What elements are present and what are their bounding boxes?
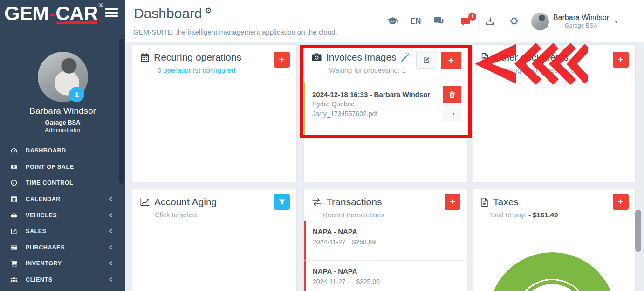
- invoice-item-file-line1: Hydro Quebec -: [312, 99, 436, 109]
- settings-gear-icon[interactable]: ⚙: [205, 7, 212, 14]
- sidebar-item-sales[interactable]: SALES <: [0, 223, 119, 240]
- banknote-icon: [9, 163, 19, 171]
- user-menu[interactable]: Barbara Windsor Garage BSA: [553, 14, 609, 29]
- card-title: Transactions: [326, 196, 382, 208]
- add-transaction-button[interactable]: +: [445, 194, 460, 210]
- user-badge-icon[interactable]: [69, 87, 84, 102]
- header-user-org: Garage BSA: [553, 22, 609, 29]
- filter-button[interactable]: [274, 194, 290, 210]
- car-icon: [9, 212, 19, 219]
- page-scrollbar[interactable]: [635, 210, 641, 252]
- users-icon: [9, 276, 19, 284]
- add-invoice-image-button[interactable]: +: [441, 52, 461, 69]
- sidebar-item-time-control[interactable]: TIME CONTROL: [0, 175, 119, 191]
- magic-wand-icon[interactable]: [400, 53, 410, 62]
- card-subtitle: Recent transactions: [311, 211, 459, 219]
- transaction-name: NAPA - NAPA: [313, 228, 459, 236]
- card-taxes: Taxes Total to pay: - $161.49 +: [473, 189, 636, 291]
- camera-icon: [311, 53, 322, 62]
- header-user-name: Barbara Windsor: [553, 14, 609, 22]
- transaction-amount: - $225.00: [352, 278, 380, 285]
- card-title: Account Aging: [154, 196, 217, 208]
- invoice-item-file-line2: Jarry_1734557602.pdf: [312, 109, 436, 119]
- logo-dash: -: [49, 2, 55, 24]
- top-header: Dashboard⚙ GEM-SUITE, the intelligent ma…: [125, 0, 644, 42]
- sidebar-item-dashboard[interactable]: DASHBOARD: [0, 143, 119, 159]
- exchange-arrows-icon: [311, 198, 322, 206]
- chat-icon[interactable]: [433, 17, 445, 26]
- invoice-image-list-item[interactable]: 2024-12-18 16:33 - Barbara Windsor Hydro…: [304, 82, 467, 137]
- sidebar-user-name: Barbara Windsor: [0, 106, 125, 116]
- process-invoice-button[interactable]: →: [443, 104, 461, 121]
- pencil-square-icon: [423, 56, 431, 64]
- notifications-icon[interactable]: 1: [459, 17, 472, 26]
- hamburger-menu-icon[interactable]: [105, 8, 118, 19]
- add-document-button[interactable]: +: [613, 52, 629, 68]
- gauge-icon: [9, 147, 19, 154]
- edit-square-icon: [9, 228, 19, 235]
- chevron-left-icon: <: [109, 211, 112, 220]
- gemcar-logo[interactable]: GEM-CAR®: [4, 2, 103, 25]
- card-title: Invoices images: [326, 52, 397, 63]
- registered-mark: ®: [98, 2, 103, 9]
- transaction-list-item[interactable]: NAPA - NAPA 2024-11-27- $225.00: [304, 261, 467, 291]
- page-title: Dashboard⚙: [134, 6, 212, 21]
- card-invoices-images: Invoices images Waiting for processing: …: [303, 44, 467, 182]
- calendar-icon: [9, 195, 19, 203]
- chart-line-icon: [140, 197, 150, 207]
- sidebar-item-label: TIME CONTROL: [26, 180, 112, 186]
- funnel-icon: [279, 199, 286, 206]
- clock-icon: [9, 179, 19, 187]
- credit-card-icon: [9, 244, 19, 251]
- graduation-cap-icon[interactable]: [387, 17, 398, 26]
- card-subtitle-link[interactable]: 0 operation(s) configured: [140, 66, 289, 74]
- caret-down-icon[interactable]: ▾: [615, 18, 617, 25]
- page-subtitle: GEM-SUITE, the intelligent management ap…: [133, 28, 337, 36]
- card-title: Recuring operations: [154, 52, 241, 63]
- taxes-total-label: Total to pay:: [489, 211, 528, 219]
- file-icon: [480, 197, 489, 207]
- sidebar-item-label: CLIENTS: [26, 277, 109, 283]
- card-recurring-operations: Recuring operations 0 operation(s) confi…: [132, 44, 297, 182]
- card-subtitle: Total to pay: - $161.49: [480, 211, 628, 219]
- sidebar-item-label: PURCHASES: [26, 244, 109, 251]
- chevron-left-icon: <: [109, 195, 112, 203]
- chevron-left-icon: <: [109, 259, 112, 268]
- sidebar-item-label: POINT OF SALE: [26, 164, 112, 170]
- sidebar-user-role: Administrator: [0, 126, 125, 133]
- sidebar-scrollbar[interactable]: [119, 39, 124, 184]
- card-title: Other documents: [493, 52, 569, 63]
- transaction-date: 2024-11-27: [313, 238, 346, 246]
- transaction-list-item[interactable]: NAPA - NAPA 2024-11-27$258.69: [304, 221, 467, 261]
- download-icon[interactable]: [485, 17, 495, 26]
- card-account-aging: Account Aging Click to select: [132, 189, 297, 291]
- sidebar-item-calendar[interactable]: CALENDAR <: [0, 191, 119, 208]
- calendar-icon: [140, 53, 150, 62]
- language-selector[interactable]: EN: [411, 17, 421, 26]
- add-tax-button[interactable]: +: [613, 194, 629, 210]
- sidebar-item-label: VEHICLES: [26, 212, 109, 219]
- notification-badge: 1: [468, 13, 476, 21]
- sidebar-item-clients[interactable]: CLIENTS <: [0, 272, 119, 288]
- edit-invoices-button[interactable]: [416, 51, 437, 69]
- sidebar-item-inventory[interactable]: INVENTORY <: [0, 256, 119, 272]
- cart-icon: [9, 260, 19, 267]
- card-other-documents: Other documents Waiting for processing: …: [473, 44, 636, 182]
- sidebar-menu: DASHBOARD POINT OF SALE TIME CONTROL CAL…: [0, 143, 119, 288]
- sidebar-item-vehicles[interactable]: VEHICLES <: [0, 207, 119, 223]
- add-recurring-operation-button[interactable]: +: [274, 52, 290, 68]
- avatar[interactable]: [531, 13, 549, 30]
- transaction-name: NAPA - NAPA: [313, 267, 459, 275]
- sidebar-item-purchases[interactable]: PURCHASES <: [0, 240, 119, 256]
- card-transactions: Transactions Recent transactions + NAPA …: [303, 189, 467, 291]
- trash-icon: [449, 91, 456, 98]
- sidebar: GEM-CAR® Barbara Windsor Garage BSA Admi…: [0, 0, 125, 291]
- sidebar-item-point-of-sale[interactable]: POINT OF SALE: [0, 159, 119, 175]
- taxes-total-value: - $161.49: [528, 211, 558, 219]
- card-subtitle: Waiting for processing: 0: [480, 66, 628, 74]
- sidebar-item-label: INVENTORY: [26, 260, 109, 267]
- gear-icon[interactable]: ⚙: [509, 16, 519, 27]
- delete-invoice-button[interactable]: [443, 86, 461, 103]
- card-subtitle: Waiting for processing: 1: [311, 66, 459, 74]
- transaction-date: 2024-11-27: [313, 278, 346, 285]
